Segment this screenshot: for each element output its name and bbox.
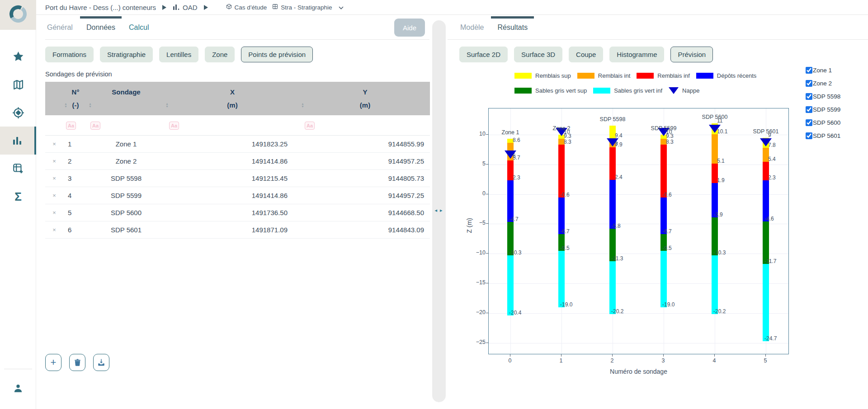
- play-icon: [204, 5, 208, 10]
- pill-formations[interactable]: Formations: [45, 47, 94, 62]
- sort-carets[interactable]: ▲▼: [89, 103, 92, 108]
- row-delete-button[interactable]: ×: [45, 158, 63, 165]
- series-toggle[interactable]: Zone 2: [806, 77, 840, 90]
- gridline: [489, 194, 788, 195]
- pill-stratigraphie[interactable]: Stratigraphie: [100, 47, 153, 62]
- series-checkbox-label: SDP 5599: [813, 106, 840, 113]
- table-row: ×4SDP 55991491414.869144957.25: [45, 187, 430, 204]
- row-delete-button[interactable]: ×: [45, 175, 63, 182]
- bar-value-label: 9.3: [564, 133, 571, 139]
- legend-label: Nappe: [682, 87, 699, 94]
- sidebar-item-statistics[interactable]: [0, 127, 36, 155]
- series-checkbox[interactable]: [806, 106, 812, 113]
- section-title: Sondages de prévision: [45, 71, 429, 78]
- series-checkbox[interactable]: [806, 119, 812, 126]
- series-checkbox[interactable]: [806, 67, 812, 74]
- legend-swatch: [514, 73, 532, 79]
- x-tick-label: 4: [705, 357, 723, 364]
- series-toggle[interactable]: SDP 5601: [806, 129, 840, 142]
- panel-splitter[interactable]: ◂ ▸: [432, 20, 446, 402]
- cell-y-coord: 9144957.25: [300, 192, 430, 199]
- breadcrumb: Port du Havre - Dess (...) conteneurs OA…: [36, 0, 868, 15]
- breadcrumb-module[interactable]: OAD: [173, 4, 198, 11]
- row-delete-button[interactable]: ×: [45, 192, 63, 199]
- series-toggle[interactable]: Zone 1: [806, 64, 840, 77]
- row-delete-button[interactable]: ×: [45, 141, 63, 147]
- y-tick: [486, 283, 488, 283]
- pill-surface-3d[interactable]: Surface 3D: [514, 47, 562, 62]
- sort-carets[interactable]: ▲▼: [165, 103, 169, 108]
- sidebar-item-sum[interactable]: Σ: [0, 183, 36, 211]
- sort-carets[interactable]: ▲▼: [64, 103, 67, 108]
- series-toggle-list: Zone 1Zone 2SDP 5598SDP 5599SDP 5600SDP …: [806, 64, 840, 142]
- project-label: Port du Havre - Dess (...) conteneurs: [45, 4, 156, 11]
- sidebar-item-user[interactable]: [0, 369, 36, 409]
- sidebar: Σ: [0, 0, 36, 409]
- pill-pr-vision[interactable]: Prévision: [670, 47, 713, 62]
- filter-badge[interactable]: Aa: [169, 122, 179, 130]
- sidebar-item-add-data[interactable]: [0, 155, 36, 183]
- chevron-down-icon: [339, 4, 344, 11]
- filter-badge[interactable]: Aa: [305, 122, 315, 130]
- series-checkbox[interactable]: [806, 132, 812, 139]
- cell-n: 4: [63, 192, 88, 199]
- legend-item: Sables gris vert sup: [514, 87, 587, 94]
- tab-resultats[interactable]: Résultats: [496, 16, 528, 38]
- series-toggle[interactable]: SDP 5599: [806, 103, 840, 116]
- legend-swatch: [514, 88, 532, 94]
- pill-surface-2d[interactable]: Surface 2D: [459, 47, 508, 62]
- series-toggle[interactable]: SDP 5600: [806, 116, 840, 129]
- filter-badge[interactable]: Aa: [66, 122, 76, 130]
- bar-title: Zone 1: [490, 129, 531, 136]
- tab-general[interactable]: Général: [46, 16, 74, 38]
- pill-points-de-pr-vision[interactable]: Points de prévision: [241, 47, 313, 62]
- tab-modele[interactable]: Modèle: [459, 16, 485, 38]
- bar-value-label: -9.5: [560, 245, 570, 251]
- app-logo[interactable]: [0, 0, 36, 30]
- bar-segment: [763, 221, 769, 263]
- col-title-sondage: Sondage: [88, 88, 165, 96]
- pill-coupe[interactable]: Coupe: [569, 47, 603, 62]
- sort-carets[interactable]: ▲▼: [301, 103, 304, 108]
- delete-rows-button[interactable]: [69, 354, 85, 371]
- filter-badge[interactable]: Aa: [90, 122, 100, 130]
- tab-donnees[interactable]: Données: [85, 16, 116, 38]
- bar-value-label: -20.4: [509, 310, 521, 316]
- cell-x-coord: 1491414.86: [165, 157, 300, 165]
- module-label: OAD: [183, 4, 198, 11]
- sidebar-item-favorites[interactable]: [0, 42, 36, 71]
- pill-zone[interactable]: Zone: [205, 47, 235, 62]
- row-delete-button[interactable]: ×: [45, 209, 63, 216]
- sidebar-item-localisation[interactable]: [0, 99, 36, 127]
- bar-value-label: 2.3: [768, 174, 776, 181]
- breadcrumb-case[interactable]: Cas d'étude Stra - Stratigraphie: [226, 4, 344, 11]
- bar-value-label: -20.2: [713, 308, 726, 315]
- add-row-button[interactable]: +: [45, 354, 61, 371]
- splitter-arrows-icon[interactable]: ◂ ▸: [432, 207, 446, 213]
- legend-label: Dépôts récents: [717, 72, 756, 79]
- series-checkbox[interactable]: [806, 93, 812, 100]
- bar-value-label: 1.9: [717, 177, 725, 183]
- sidebar-item-map[interactable]: [0, 71, 36, 99]
- series-toggle[interactable]: SDP 5598: [806, 90, 840, 103]
- cell-y-coord: 9144855.99: [300, 140, 430, 148]
- cell-y-coord: 9144843.09: [300, 226, 430, 234]
- bar-value-label: -4.7: [509, 216, 519, 222]
- x-axis-title: Numéro de sondage: [488, 368, 789, 375]
- series-checkbox[interactable]: [806, 80, 812, 87]
- case-value: Stra - Stratigraphie: [281, 4, 332, 11]
- y-tick-label: 0: [467, 190, 486, 197]
- bar-segment: [660, 145, 667, 197]
- help-button[interactable]: Aide: [394, 19, 425, 37]
- tab-calcul[interactable]: Calcul: [128, 16, 150, 38]
- series-checkbox-label: SDP 5600: [813, 119, 840, 126]
- import-rows-button[interactable]: [93, 354, 109, 371]
- row-delete-button[interactable]: ×: [45, 226, 63, 233]
- pill-histogramme[interactable]: Histogramme: [609, 47, 664, 62]
- bar-segment: [763, 264, 769, 341]
- bar-value-label: 5.1: [717, 158, 725, 164]
- x-tick: [612, 354, 613, 357]
- legend-item: Remblais int: [577, 72, 631, 79]
- pill-lentilles[interactable]: Lentilles: [159, 47, 198, 62]
- breadcrumb-project[interactable]: Port du Havre - Dess (...) conteneurs: [45, 4, 156, 11]
